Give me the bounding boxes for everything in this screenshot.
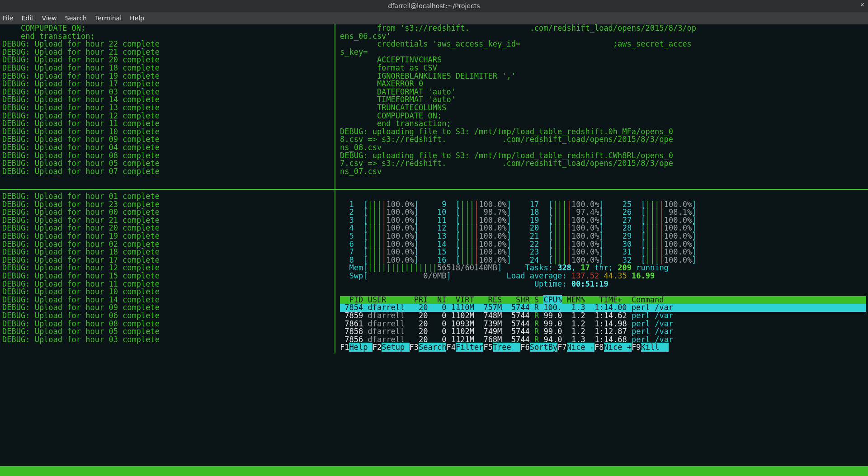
menu-help[interactable]: Help (130, 14, 144, 23)
pane-top-left[interactable]: COMPUPDATE ON; end transaction;DEBUG: Up… (2, 24, 335, 175)
window-title-bar: dfarrell@localhost:~/Projects × (0, 0, 868, 12)
terminal-surface[interactable]: COMPUPDATE ON; end transaction;DEBUG: Up… (0, 24, 868, 476)
pane-top-right[interactable]: from 's3://redshift. .com/redshift_load/… (340, 24, 866, 175)
menu-search[interactable]: Search (65, 14, 87, 23)
pane-bottom-right-htop[interactable]: 1 [||||100.0%] 9 [||||100.0%] 17 [||||10… (340, 193, 866, 352)
menu-edit[interactable]: Edit (21, 14, 33, 23)
htop-fkey-bar[interactable]: F1Help F2Setup F3SearchF4FilterF5Tree F6… (340, 344, 866, 352)
tmux-pane-divider-horizontal (0, 189, 868, 190)
menu-terminal[interactable]: Terminal (95, 14, 122, 23)
window-close-button[interactable]: × (860, 1, 864, 9)
window-title: dfarrell@localhost:~/Projects (388, 2, 480, 10)
menu-file[interactable]: File (3, 14, 13, 23)
pane-bottom-left[interactable]: DEBUG: Upload for hour 01 completeDEBUG:… (2, 193, 335, 344)
tmux-status-bar: [0] <s 1:dfarrell@host-2:~/Projects/perl… (0, 466, 868, 476)
menu-bar: File Edit View Search Terminal Help (0, 12, 868, 24)
menu-view[interactable]: View (42, 14, 57, 23)
